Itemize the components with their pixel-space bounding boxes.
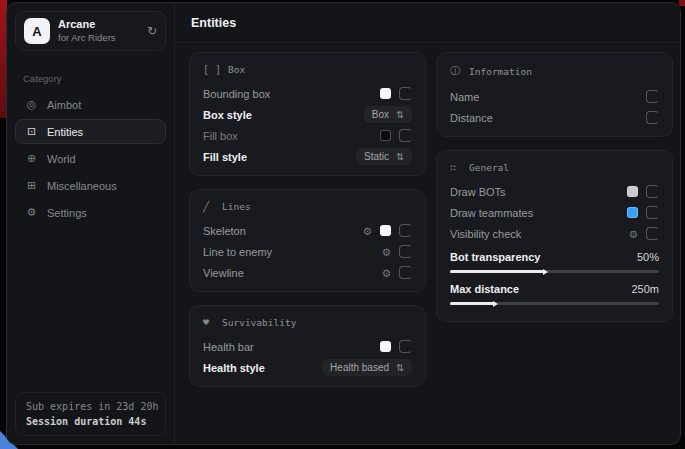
setting-row-skeleton: Skeleton ⚙ — [203, 220, 412, 241]
setting-row-health-style: Health style Health based ⇅ — [203, 357, 412, 378]
page-title: Entities — [175, 3, 681, 43]
sync-icon[interactable]: ↻ — [147, 24, 157, 38]
color-swatch[interactable] — [380, 341, 391, 352]
bot-transparency-slider[interactable] — [450, 270, 659, 273]
category-label: Category — [23, 73, 158, 84]
sidebar-item-world[interactable]: ⊕ World — [15, 146, 166, 171]
setting-label: Visibility check — [450, 228, 521, 240]
setting-row-fill-box: Fill box — [203, 125, 412, 146]
setting-row-line-to-enemy: Line to enemy ⚙ — [203, 241, 412, 262]
checkbox[interactable] — [646, 111, 659, 124]
box-card-title: [ ] Box — [203, 64, 412, 75]
subscription-info-card: Sub expires in 23d 20h Session duration … — [15, 392, 166, 436]
checkbox[interactable] — [399, 87, 412, 100]
checkbox[interactable] — [399, 245, 412, 258]
setting-label: Draw BOTs — [450, 186, 506, 198]
information-card-title: ⓘ Information — [450, 64, 659, 78]
app-window: A Arcane for Arc Riders ↻ Category ◎ Aim… — [6, 2, 681, 445]
card-title-label: Information — [469, 66, 532, 77]
card-title-label: Box — [228, 64, 245, 75]
box-style-dropdown[interactable]: Box ⇅ — [364, 106, 412, 123]
checkbox[interactable] — [646, 227, 659, 240]
grid-icon: ⊞ — [25, 179, 38, 192]
setting-row-name: Name — [450, 86, 659, 107]
sidebar-item-label: Miscellaneous — [47, 180, 117, 192]
sidebar-nav: ◎ Aimbot ⊡ Entities ⊕ World ⊞ Miscellane… — [7, 91, 174, 226]
checkbox[interactable] — [399, 266, 412, 279]
color-swatch[interactable] — [380, 88, 391, 99]
gear-icon: ⚙ — [25, 206, 38, 219]
card-title-label: Lines — [222, 201, 251, 212]
general-card: ∷ General Draw BOTs Draw teammates — [436, 150, 673, 322]
sidebar-item-miscellaneous[interactable]: ⊞ Miscellaneous — [15, 173, 166, 198]
setting-row-draw-bots: Draw BOTs — [450, 181, 659, 202]
color-swatch[interactable] — [627, 186, 638, 197]
right-column: ⓘ Information Name Distance ∷ — [436, 52, 673, 387]
card-title-label: General — [469, 162, 509, 173]
line-icon: ╱ — [203, 201, 215, 212]
checkbox[interactable] — [399, 129, 412, 142]
row-settings-icon[interactable]: ⚙ — [382, 267, 391, 279]
dots-grid-icon: ∷ — [450, 162, 462, 173]
setting-label: Viewline — [203, 267, 244, 279]
fill-style-dropdown[interactable]: Static ⇅ — [356, 148, 412, 165]
swap-vertical-icon: ⇅ — [396, 109, 404, 120]
globe-icon: ⊕ — [25, 152, 38, 165]
color-swatch[interactable] — [380, 225, 391, 236]
slider-fill — [450, 270, 544, 273]
sidebar-item-label: Aimbot — [47, 99, 81, 111]
max-distance-slider[interactable] — [450, 302, 659, 305]
row-settings-icon[interactable]: ⚙ — [629, 228, 638, 240]
color-swatch[interactable] — [380, 130, 391, 141]
dropdown-value: Static — [364, 151, 389, 162]
slider-value: 250m — [631, 283, 659, 295]
dropdown-value: Box — [372, 109, 389, 120]
checkbox[interactable] — [399, 340, 412, 353]
left-column: [ ] Box Bounding box Box style Box — [189, 52, 426, 387]
sidebar: A Arcane for Arc Riders ↻ Category ◎ Aim… — [7, 3, 175, 444]
checkbox[interactable] — [646, 90, 659, 103]
card-title-label: Survivability — [222, 317, 296, 328]
app-name: Arcane — [58, 18, 116, 32]
checkbox[interactable] — [646, 185, 659, 198]
slider-label: Bot transparency — [450, 251, 540, 263]
survivability-card: ♥ Survivability Health bar Health style — [189, 305, 426, 387]
setting-label: Line to enemy — [203, 246, 272, 258]
sidebar-item-entities[interactable]: ⊡ Entities — [15, 119, 166, 144]
sub-expiry-text: Sub expires in 23d 20h — [26, 399, 155, 414]
setting-row-fill-style: Fill style Static ⇅ — [203, 146, 412, 167]
setting-row-distance: Distance — [450, 107, 659, 128]
survivability-card-title: ♥ Survivability — [203, 317, 412, 328]
setting-label: Name — [450, 91, 479, 103]
sidebar-item-settings[interactable]: ⚙ Settings — [15, 200, 166, 225]
lines-card-title: ╱ Lines — [203, 201, 412, 212]
sidebar-item-aimbot[interactable]: ◎ Aimbot — [15, 92, 166, 117]
slider-fill — [450, 302, 494, 305]
checkbox[interactable] — [646, 206, 659, 219]
setting-row-viewline: Viewline ⚙ — [203, 262, 412, 283]
setting-row-draw-teammates: Draw teammates — [450, 202, 659, 223]
color-swatch[interactable] — [627, 207, 638, 218]
health-style-dropdown[interactable]: Health based ⇅ — [322, 359, 412, 376]
slider-value: 50% — [637, 251, 659, 263]
row-settings-icon[interactable]: ⚙ — [363, 225, 372, 237]
box-card: [ ] Box Bounding box Box style Box — [189, 52, 426, 176]
bot-transparency-slider-group: Bot transparency 50% — [450, 249, 659, 273]
lines-card: ╱ Lines Skeleton ⚙ Line to enemy — [189, 189, 426, 292]
app-tagline: for Arc Riders — [58, 32, 116, 44]
sidebar-item-label: Entities — [47, 126, 83, 138]
dropdown-value: Health based — [330, 362, 389, 373]
brand-card: A Arcane for Arc Riders ↻ — [15, 11, 166, 51]
box-brackets-icon: [ ] — [203, 64, 221, 75]
setting-label: Box style — [203, 109, 252, 121]
background-red-corner — [679, 0, 685, 6]
row-settings-icon[interactable]: ⚙ — [382, 246, 391, 258]
swap-vertical-icon: ⇅ — [396, 362, 404, 373]
setting-label: Distance — [450, 112, 493, 124]
setting-label: Fill style — [203, 151, 247, 163]
setting-label: Skeleton — [203, 225, 246, 237]
information-card: ⓘ Information Name Distance — [436, 52, 673, 137]
sidebar-item-label: Settings — [47, 207, 87, 219]
checkbox[interactable] — [399, 224, 412, 237]
heart-icon: ♥ — [203, 317, 215, 328]
